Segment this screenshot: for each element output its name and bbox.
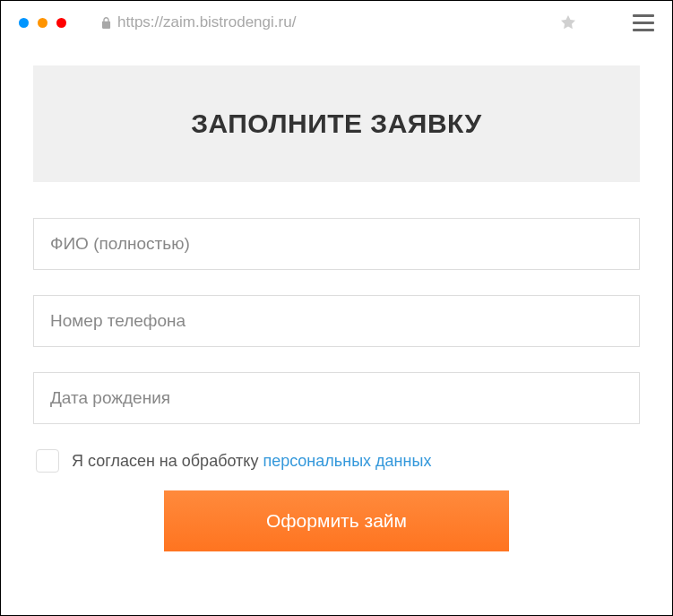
url-text: https://zaim.bistrodengi.ru/	[117, 13, 296, 31]
phone-input[interactable]	[33, 295, 640, 347]
window-controls	[19, 18, 66, 28]
birthdate-input[interactable]	[33, 372, 640, 424]
consent-row: Я согласен на обработку персональных дан…	[33, 449, 640, 473]
maximize-window-button[interactable]	[56, 18, 66, 28]
consent-checkbox[interactable]	[36, 449, 59, 473]
bookmark-star-icon[interactable]	[561, 15, 575, 30]
consent-text-prefix: Я согласен на обработку	[72, 452, 263, 470]
fullname-input[interactable]	[33, 218, 640, 270]
minimize-window-button[interactable]	[38, 18, 47, 28]
consent-label: Я согласен на обработку персональных дан…	[72, 452, 431, 471]
lock-icon	[100, 16, 112, 30]
personal-data-link[interactable]: персональных данных	[263, 452, 431, 470]
page-content: ЗАПОЛНИТЕ ЗАЯВКУ Я согласен на обработку…	[1, 44, 672, 551]
page-title: ЗАПОЛНИТЕ ЗАЯВКУ	[51, 108, 622, 139]
header-panel: ЗАПОЛНИТЕ ЗАЯВКУ	[33, 65, 640, 182]
address-bar[interactable]: https://zaim.bistrodengi.ru/	[100, 13, 575, 31]
close-window-button[interactable]	[19, 18, 29, 28]
menu-icon[interactable]	[633, 14, 654, 31]
browser-bar: https://zaim.bistrodengi.ru/	[1, 1, 672, 44]
submit-button[interactable]: Оформить займ	[164, 490, 509, 551]
